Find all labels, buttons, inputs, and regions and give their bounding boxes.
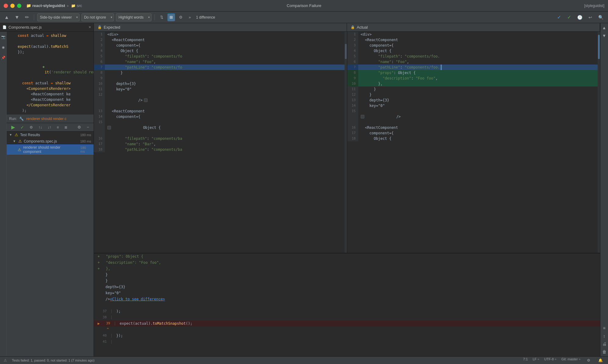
add-prefix2: + — [98, 260, 100, 266]
test-case-item[interactable]: ⚠ renderer should render component 180 m… — [7, 144, 94, 155]
title-text: Comparison Failure — [287, 3, 321, 8]
test-file-item[interactable]: ▼ ⚠ Components.spec.js 180 ms — [7, 138, 94, 144]
collapse-btn[interactable]: − — [84, 123, 91, 131]
gear-btn[interactable]: ⚙ — [177, 13, 185, 21]
statusbar: ⚠ Tests failed: 1, passed: 0, not starte… — [0, 356, 608, 364]
act-line-5: 5 "filepath": "components/foo. — [347, 54, 600, 59]
bot-line-40: 40 | }); — [94, 333, 600, 339]
sidebar-icons: 📷 ◉ 📌 — [0, 32, 7, 356]
edit-btn[interactable]: ✏ — [23, 13, 31, 21]
exp-line-3: 3 component={ — [94, 43, 347, 48]
camera-icon[interactable]: 📷 — [1, 34, 6, 40]
bot-line-37: 37 | ); — [94, 308, 600, 314]
highlight-select[interactable]: Highlight words — [116, 13, 152, 21]
folder-icon2: 📁 — [71, 4, 76, 8]
right-panel: ▲ ▼ ≡ ↕ 🖨 🗑 — [600, 23, 608, 356]
bot-line-6: } — [94, 278, 600, 284]
align-right-btn[interactable]: ≣ — [62, 123, 70, 131]
tab-close-btn[interactable]: ✕ — [88, 25, 91, 29]
side-by-side-btn[interactable]: ⊞ — [167, 13, 175, 21]
diff-count: 1 difference — [196, 15, 215, 19]
line-ending: LF ÷ — [533, 357, 539, 363]
actual-panel[interactable]: 1<div> 2 <ReactComponent 3 component={ 4… — [347, 32, 600, 253]
check-blue-btn[interactable]: ✓ — [555, 13, 563, 21]
align-left-btn[interactable]: ≡ — [55, 123, 61, 131]
viewer-select[interactable]: Side-by-side viewer — [37, 13, 80, 21]
act-line-4: 4 Object { — [347, 48, 600, 54]
undo-btn[interactable]: ↩ — [586, 13, 594, 21]
settings-icon-btn[interactable]: ⇅ — [158, 13, 166, 21]
right-delete-btn[interactable]: 🗑 — [601, 348, 608, 355]
check-green-btn[interactable]: ✓ — [565, 13, 573, 21]
expected-panel[interactable]: 1<div> 2 <ReactComponent 3 component={ 4… — [94, 32, 347, 253]
filter-btn[interactable]: ⚙ — [27, 123, 35, 131]
click-to-see-link[interactable]: <Click to see difference> — [110, 296, 165, 302]
bot-line-38: 38 | — [94, 314, 600, 320]
expected-thumb — [345, 44, 347, 59]
clock-btn[interactable]: 🕐 — [575, 13, 585, 21]
exp-line-2: 2 <ReactComponent — [94, 37, 347, 43]
code-spacer — [7, 55, 94, 58]
actual-scrollbar[interactable] — [598, 32, 600, 253]
project-name: react-styleguidist — [32, 3, 65, 8]
pass-filter-btn[interactable]: ✓ — [18, 123, 26, 131]
code-line-3: expect(actual).toMatchS — [7, 44, 94, 49]
bot-line-39: ▶ 39 | expect(actual).toMatchSnapshot(); — [94, 320, 600, 327]
code-line-4: }); — [7, 49, 94, 55]
maximize-button[interactable] — [17, 4, 21, 8]
more-btn[interactable]: » — [187, 13, 193, 21]
scroll-up-btn[interactable]: ▲ — [2, 13, 11, 21]
code-editor[interactable]: const actual = shallow expect(actual).to… — [7, 32, 94, 115]
circle-icon[interactable]: ◉ — [1, 44, 6, 50]
file-tab-label: Components.spec.js — [9, 25, 42, 30]
right-align-btn[interactable]: ≡ — [601, 325, 608, 331]
exp-line-10: 10 depth={3} — [94, 81, 347, 87]
bot-line-5: } — [94, 272, 600, 278]
act-line-3: 3 component={ — [347, 43, 600, 48]
warning-icon2: ⚠ — [18, 139, 22, 143]
actual-header: 🔒 Actual — [347, 23, 600, 31]
act-line-9: 9 "description": "Foo foo", — [347, 76, 600, 81]
test-results-panel: ▼ ⚠ Test Results 180 ms ▼ ⚠ Components.s… — [7, 132, 94, 155]
titlebar: 📁 react-styleguidist ▸ 📁 src Comparison … — [0, 0, 608, 12]
git-branch: Git: master ÷ — [561, 357, 581, 363]
pin-icon[interactable]: 📌 — [1, 55, 6, 60]
folder-icon: 📁 — [26, 3, 31, 8]
code-line-cr-close: </ComponentsRenderer — [7, 102, 94, 108]
right-label: [styleguidist] — [584, 4, 604, 8]
code-content: const actual = shallow expect(actual).to… — [7, 32, 94, 356]
test-toolbar: ▶ ✓ ⚙ ↑↓ ↓↑ ≡ ≣ ⚙ − — [7, 123, 94, 132]
act-line-7: 7 "pathLine": "components/foo. — [347, 65, 600, 70]
right-up-btn[interactable]: ▲ — [601, 24, 608, 31]
scroll-down-btn[interactable]: ▼ — [13, 13, 21, 21]
bot-line-add1: + "props": Object { — [94, 253, 600, 260]
close-button[interactable] — [4, 4, 8, 8]
test-suite-item[interactable]: ▼ ⚠ Test Results 180 ms — [7, 132, 94, 138]
file-tab[interactable]: 📄 Components.spec.js ✕ — [0, 23, 94, 32]
sort-asc-btn[interactable]: ↑↓ — [36, 123, 44, 131]
settings-status-btn[interactable]: ⚙ — [585, 357, 592, 363]
run-test-name: renderer should render c — [26, 117, 66, 121]
right-down-btn[interactable]: ▼ — [601, 32, 608, 39]
ignore-select[interactable]: Do not ignore — [81, 13, 114, 21]
sort-desc-btn[interactable]: ↓↑ — [45, 123, 53, 131]
right-print-btn[interactable]: 🖨 — [601, 341, 608, 347]
right-sort-btn[interactable]: ↕ — [601, 333, 608, 339]
run-bar: Run: 🔧 renderer should render c — [7, 115, 94, 123]
main-layout: 📄 Components.spec.js ✕ 📷 ◉ 📌 const actua… — [0, 23, 608, 356]
bot-line-empty — [94, 302, 600, 308]
gear2-btn[interactable]: ⚙ — [75, 123, 83, 131]
exp-line-17: 17 "name": "Bar", — [94, 141, 347, 147]
act-line-1: 1<div> — [347, 32, 600, 37]
search-btn[interactable]: 🔍 — [596, 13, 606, 21]
minimize-button[interactable] — [10, 4, 15, 8]
act-line-18: 18 Object { — [347, 136, 600, 141]
notifications-btn[interactable]: 🔔 — [597, 357, 604, 363]
exp-line-7: 7 "pathLine": "components/fo — [94, 65, 347, 70]
warning-icon: ⚠ — [15, 133, 18, 137]
expected-scrollbar[interactable] — [345, 32, 347, 253]
bot-line-add3: + }, — [94, 266, 600, 272]
code-line-jsx: <ComponentsRenderer> — [7, 86, 94, 91]
diff-header: 🔒 Expected 🔒 Actual — [94, 23, 600, 32]
run-tests-btn[interactable]: ▶ — [9, 123, 17, 131]
